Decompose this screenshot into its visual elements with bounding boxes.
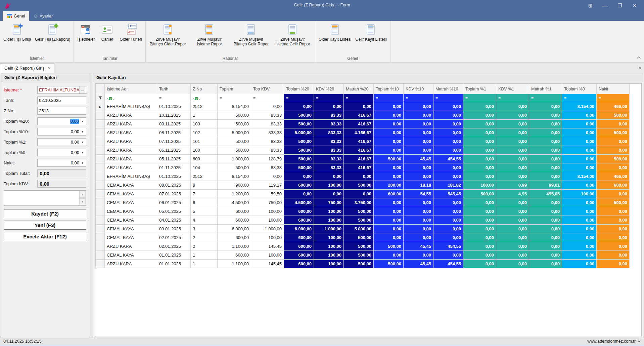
- grid-cell[interactable]: 83,33: [314, 111, 344, 120]
- grid-cell[interactable]: 2: [191, 242, 218, 251]
- grid-cell[interactable]: 0,00: [562, 163, 597, 172]
- filter-cell-i-letme-ad[interactable]: ABC: [105, 94, 157, 102]
- ribbon-button-zirve-m-avir-i-letme-rapor[interactable]: Zirve Müşavir İşletme Rapor: [189, 22, 230, 47]
- scroll-down-icon[interactable]: ▼: [79, 198, 86, 205]
- filter-cell-matrah-%10[interactable]: =: [433, 94, 463, 102]
- grid-cell[interactable]: 8.154,00: [562, 172, 597, 181]
- grid-cell[interactable]: 600,00: [218, 216, 251, 225]
- grid-cell[interactable]: 0,00: [496, 260, 529, 268]
- grid-cell[interactable]: 100,00: [251, 216, 284, 225]
- grid-cell[interactable]: 0,00: [597, 120, 630, 128]
- grid-cell[interactable]: 0,00: [562, 242, 597, 251]
- grid-cell[interactable]: 45,45: [404, 242, 433, 251]
- grid-cell[interactable]: 500,00: [344, 242, 374, 251]
- grid-cell[interactable]: 0,00: [251, 172, 284, 181]
- grid-cell[interactable]: 0,00: [562, 233, 597, 242]
- grid-cell[interactable]: 833,33: [314, 128, 344, 137]
- grid-cell[interactable]: 0,00: [463, 216, 496, 225]
- grid-cell[interactable]: 0,00: [463, 155, 496, 163]
- grid-cell[interactable]: 0,00: [433, 207, 463, 216]
- grid-cell[interactable]: CEMAL KAYA: [105, 251, 157, 260]
- grid-cell[interactable]: 600,00: [218, 233, 251, 242]
- grid-cell[interactable]: 102: [191, 128, 218, 137]
- grid-cell[interactable]: 0,00: [463, 260, 496, 268]
- grid-cell[interactable]: 0,00: [374, 172, 404, 181]
- grid-cell[interactable]: 4.166,67: [344, 128, 374, 137]
- grid-cell[interactable]: EFRAHİM ALTUNBAŞ: [105, 102, 157, 111]
- grid-cell[interactable]: 0,00: [529, 137, 562, 146]
- table-row[interactable]: ARZU KARA07.11.2025101500,0083,33500,008…: [96, 137, 630, 146]
- grid-cell[interactable]: 0,00: [496, 102, 529, 111]
- filter-cell-toplam-%0[interactable]: =: [562, 94, 597, 102]
- grid-cell[interactable]: 0,00: [433, 216, 463, 225]
- column-header-kdv-%1[interactable]: KDV %1: [496, 84, 529, 94]
- grid-cell[interactable]: 0,00: [597, 260, 630, 268]
- grid-cell[interactable]: 0,00: [529, 260, 562, 268]
- column-header-kdv-%20[interactable]: KDV %20: [314, 84, 344, 94]
- grid-cell[interactable]: 07.11.2025: [157, 137, 191, 146]
- grid-cell[interactable]: 0,00: [496, 120, 529, 128]
- grid-cell[interactable]: 750,00: [314, 198, 344, 207]
- toplam1-field[interactable]: 0,00 ▾: [37, 138, 86, 146]
- filter-cell-nakit[interactable]: =: [597, 94, 630, 102]
- grid-cell[interactable]: 0,00: [529, 198, 562, 207]
- grid-cell[interactable]: CEMAL KAYA: [105, 233, 157, 242]
- zno-field[interactable]: 2513: [37, 107, 86, 115]
- grid-cell[interactable]: 09.11.2025: [157, 120, 191, 128]
- grid-cell[interactable]: 500,00: [344, 251, 374, 260]
- grid-cell[interactable]: 0,00: [433, 111, 463, 120]
- grid-cell[interactable]: 0,00: [314, 102, 344, 111]
- grid-cell[interactable]: 0,00: [496, 146, 529, 155]
- grid-cell[interactable]: 0,00: [404, 251, 433, 260]
- grid-cell[interactable]: 500,00: [284, 155, 314, 163]
- grid-cell[interactable]: 0,00: [433, 120, 463, 128]
- grid-cell[interactable]: 08.01.2025: [157, 181, 191, 190]
- memo-field-aciklama[interactable]: ▲ ▼: [4, 190, 86, 206]
- table-row[interactable]: CEMAL KAYA03.01.202536.000,001.000,006.0…: [96, 225, 630, 233]
- grid-cell[interactable]: 0,00: [562, 260, 597, 268]
- grid-cell[interactable]: CEMAL KAYA: [105, 198, 157, 207]
- grid-cell[interactable]: 0,99: [496, 181, 529, 190]
- grid-cell[interactable]: 0,00: [463, 198, 496, 207]
- grid-cell[interactable]: 0,00: [463, 128, 496, 137]
- grid-cell[interactable]: 0,00: [374, 207, 404, 216]
- grid-cell[interactable]: 500,00: [344, 233, 374, 242]
- ribbon-button-gider-kay-t-listesi[interactable]: Gider Kayıt Listesi: [317, 22, 353, 42]
- grid-cell[interactable]: 0,00: [562, 155, 597, 163]
- grid-cell[interactable]: 0,00: [562, 128, 597, 137]
- grid-cell[interactable]: 0,00: [433, 128, 463, 137]
- grid-cell[interactable]: 5.000,00: [218, 128, 251, 137]
- grid-cell[interactable]: 100,00: [314, 242, 344, 251]
- table-row[interactable]: ARZU KARA08.11.20251025.000,00833,335.00…: [96, 128, 630, 137]
- toplam0-field[interactable]: 0,00 ▾: [37, 149, 86, 156]
- grid-cell[interactable]: 466,00: [597, 102, 630, 111]
- grid-cell[interactable]: 0,00: [251, 102, 284, 111]
- grid-cell[interactable]: CEMAL KAYA: [105, 190, 157, 198]
- grid-cell[interactable]: 500,00: [218, 137, 251, 146]
- column-header-kdv-%10[interactable]: KDV %10: [404, 84, 433, 94]
- grid-cell[interactable]: 0,00: [463, 163, 496, 172]
- ribbon-button-i-letmeler[interactable]: İşletmeler: [75, 22, 97, 42]
- grid-cell[interactable]: 100,00: [314, 251, 344, 260]
- grid-cell[interactable]: 0,00: [463, 146, 496, 155]
- grid-cell[interactable]: ARZU KARA: [105, 128, 157, 137]
- grid-cell[interactable]: 83,33: [314, 155, 344, 163]
- grid-cell[interactable]: 0,00: [562, 207, 597, 216]
- ribbon-button-gelir-kay-t-listesi[interactable]: Gelir Kayıt Listesi: [353, 22, 388, 42]
- filter-cell-kdv-%20[interactable]: =: [314, 94, 344, 102]
- grid-cell[interactable]: 0,00: [597, 251, 630, 260]
- grid-cell[interactable]: 8.154,00: [218, 102, 251, 111]
- grid-cell[interactable]: 01.10.2025: [157, 102, 191, 111]
- grid-cell[interactable]: 45,45: [404, 260, 433, 268]
- grid-cell[interactable]: 0,00: [529, 242, 562, 251]
- grid-cell[interactable]: 83,33: [314, 137, 344, 146]
- grid-cell[interactable]: 500,00: [284, 146, 314, 155]
- filter-funnel-icon[interactable]: [96, 94, 105, 102]
- grid-cell[interactable]: 416,67: [344, 155, 374, 163]
- dropdown-arrow-icon[interactable]: ▾: [81, 140, 85, 144]
- grid-cell[interactable]: 0,00: [562, 111, 597, 120]
- tab-close-icon[interactable]: ×: [48, 66, 50, 71]
- column-header-matrah-%1[interactable]: Matrah %1: [529, 84, 562, 94]
- table-row[interactable]: ▶EFRAHİM ALTUNBAŞ01.10.202525128.154,000…: [96, 102, 630, 111]
- grid-cell[interactable]: 01.01.2025: [157, 251, 191, 260]
